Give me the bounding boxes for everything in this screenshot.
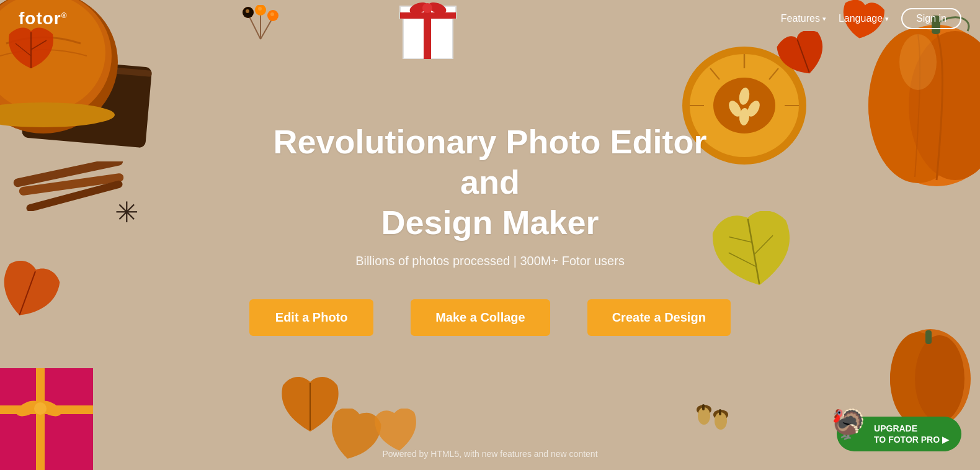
footer-text: Powered by HTML5, with new features and … [382, 449, 597, 459]
signin-button[interactable]: Sign in [901, 8, 961, 29]
hero-buttons: Edit a Photo Make a Collage Create a Des… [249, 299, 731, 336]
language-label: Language [839, 13, 883, 24]
features-chevron-icon: ▾ [822, 15, 826, 23]
language-menu[interactable]: Language ▾ [839, 13, 889, 24]
features-menu[interactable]: Features ▾ [781, 13, 826, 24]
hero-title: Revolutionary Photo Editor and Design Ma… [242, 122, 738, 242]
logo-sup: ® [61, 11, 68, 20]
logo[interactable]: fotor® [19, 9, 68, 29]
navbar: fotor® Features ▾ Language ▾ Sign in [0, 0, 980, 37]
upgrade-line1: UPGRADE [874, 423, 949, 434]
hero-title-line1: Revolutionary Photo Editor and [273, 123, 706, 201]
upgrade-button[interactable]: 🦃 UPGRADE TO FOTOR PRO ▶ [837, 417, 961, 451]
create-design-button[interactable]: Create a Design [587, 299, 731, 336]
edit-photo-button[interactable]: Edit a Photo [249, 299, 373, 336]
language-chevron-icon: ▾ [885, 15, 889, 23]
make-collage-button[interactable]: Make a Collage [411, 299, 550, 336]
hero-subtitle: Billions of photos processed | 300M+ Fot… [355, 254, 625, 268]
signin-label: Sign in [916, 13, 947, 24]
hero-title-line2: Design Maker [381, 204, 599, 241]
features-label: Features [781, 13, 820, 24]
upgrade-line2: TO FOTOR PRO ▶ [874, 434, 949, 445]
upgrade-text: UPGRADE TO FOTOR PRO ▶ [874, 423, 949, 445]
hero-section: Revolutionary Photo Editor and Design Ma… [0, 0, 980, 470]
nav-right: Features ▾ Language ▾ Sign in [781, 8, 961, 29]
turkey-mascot-icon: 🦃 [831, 407, 866, 441]
logo-text: fotor [19, 9, 61, 28]
